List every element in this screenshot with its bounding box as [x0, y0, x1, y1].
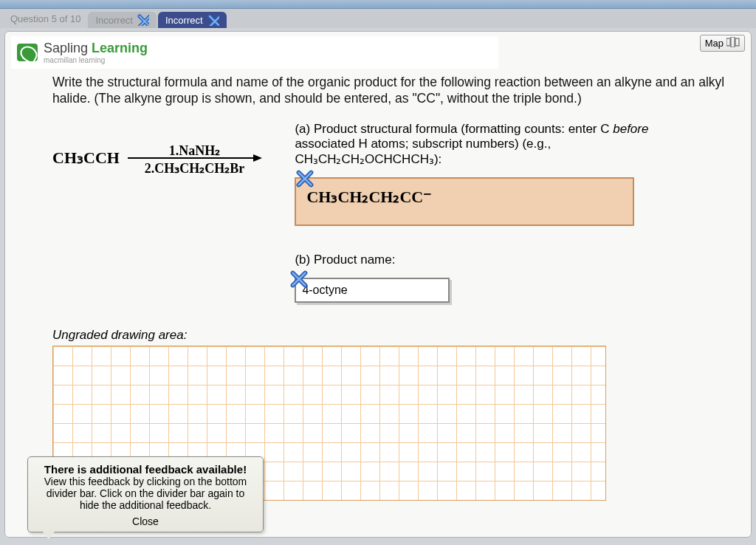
formula-answer-value: CH₃CH₂CH₂CC⁻: [306, 188, 432, 206]
reagent-1: 1.NaNH₂: [169, 143, 221, 159]
name-answer-value: 4-octyne: [302, 284, 347, 296]
reactant-formula: CH₃CCH: [52, 148, 120, 167]
attempt-tab-2[interactable]: Incorrect: [158, 12, 227, 28]
incorrect-x-icon: [296, 170, 314, 188]
tab-label: Incorrect: [95, 15, 133, 26]
svg-rect-1: [731, 37, 735, 47]
ungraded-area-label: Ungraded drawing area:: [52, 328, 745, 343]
svg-rect-0: [726, 38, 730, 46]
svg-rect-2: [735, 38, 739, 46]
feedback-close-button[interactable]: Close: [35, 515, 255, 527]
tab-label: Incorrect: [165, 15, 203, 26]
map-button[interactable]: Map: [700, 35, 745, 52]
map-label: Map: [705, 38, 724, 49]
brand-text: Sapling Learning macmillan learning: [44, 41, 148, 64]
feedback-body: View this feedback by clicking on the bo…: [35, 476, 255, 511]
incorrect-x-icon: [207, 14, 219, 26]
attempt-tab-1[interactable]: Incorrect: [88, 12, 157, 28]
part-a-text-2: associated H atoms; subscript numbers) (…: [295, 137, 551, 166]
sapling-logo-icon: [17, 44, 38, 61]
question-prompt: Write the structural formula and name of…: [52, 75, 745, 107]
part-a-text-1: (a) Product structural formula (formatti…: [295, 122, 613, 136]
window-titlebar: [0, 0, 756, 9]
brand-subtitle: macmillan learning: [44, 56, 148, 64]
brand-bar: Sapling Learning macmillan learning: [11, 36, 498, 69]
map-icon: [726, 37, 740, 49]
part-b-label: (b) Product name:: [295, 253, 664, 267]
incorrect-x-icon: [137, 14, 149, 26]
reaction-arrow-icon: [128, 157, 261, 159]
product-name-input[interactable]: 4-octyne: [295, 278, 450, 303]
part-a-label: (a) Product structural formula (formatti…: [295, 122, 664, 167]
structural-formula-input[interactable]: CH₃CH₂CH₂CC⁻: [295, 177, 634, 226]
question-counter: Question 5 of 10: [3, 10, 88, 27]
part-a-italic: before: [613, 122, 648, 136]
brand-word-2: Learning: [92, 41, 148, 55]
attempt-tabs: Question 5 of 10 Incorrect Incorrect: [0, 9, 756, 28]
feedback-heading: There is additional feedback available!: [35, 463, 255, 476]
reaction-scheme: CH₃CCH 1.NaNH₂ 2.CH₃CH₂CH₂Br: [52, 143, 265, 303]
incorrect-x-icon: [290, 270, 308, 288]
reagent-2: 2.CH₃CH₂CH₂Br: [145, 160, 245, 176]
brand-word-1: Sapling: [44, 41, 92, 55]
content-panel: Map Sapling Learning macmillan learning …: [4, 31, 752, 538]
feedback-popup: There is additional feedback available! …: [27, 456, 264, 532]
